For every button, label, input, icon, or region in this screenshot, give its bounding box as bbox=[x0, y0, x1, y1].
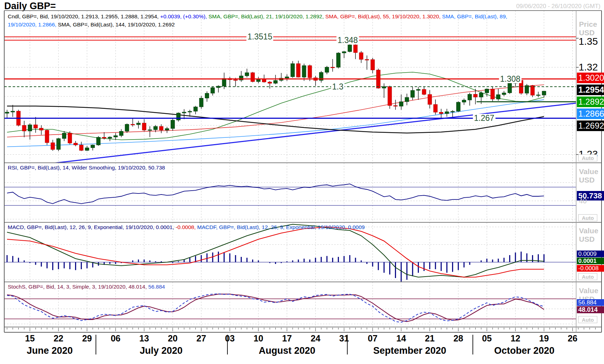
stoch-badge-56.884: 56.884 bbox=[577, 299, 604, 306]
rsi-line bbox=[7, 184, 544, 204]
line-label-1.3: 1.3 bbox=[331, 82, 344, 91]
x-axis-day-label: 10 bbox=[254, 333, 263, 344]
line-label-1.267: 1.267 bbox=[473, 114, 495, 122]
month-separator bbox=[347, 335, 348, 354]
x-axis-day-label: 19 bbox=[539, 333, 549, 344]
legend-main-segment: 19/10/2020, 1.2866, bbox=[8, 21, 58, 27]
x-axis-day-label: 24 bbox=[311, 333, 321, 344]
price-tick-label: 1.32 bbox=[579, 62, 598, 72]
chart-window: Daily GBP= 09/06/2020 - 26/10/2020 (GMT)… bbox=[0, 0, 604, 364]
x-axis-day-label: 27 bbox=[196, 333, 206, 344]
macd-badge-0.0001: 0.0001 bbox=[577, 258, 604, 264]
legend-main-segment: SMA, GBP=, Bid(Last), 55, 19/10/2020, 1.… bbox=[325, 13, 442, 19]
macd-axis-currency: USD bbox=[579, 235, 594, 243]
stoch-badge-48.014: 48.014 bbox=[577, 306, 604, 313]
auto-scale-button-rsi[interactable]: Auto bbox=[578, 214, 597, 221]
legend-rsi-segment: RSI, GBP=, Bid(Last), 14, Wilder Smoothi… bbox=[8, 165, 165, 171]
chart-canvas[interactable] bbox=[0, 0, 604, 364]
macd-badge--0.0008: -0.0008 bbox=[577, 265, 604, 272]
month-separator bbox=[227, 335, 228, 354]
stoch-axis-title: Value bbox=[579, 287, 598, 295]
auto-scale-button-stoch[interactable]: Auto bbox=[578, 316, 597, 323]
legend-main-segment: SMA, GBP=, Bid(Last), 89, bbox=[442, 13, 507, 19]
x-axis-day-label: 20 bbox=[168, 333, 178, 344]
sma-144-line bbox=[7, 106, 544, 133]
rsi-axis-title: Value bbox=[579, 168, 598, 175]
legend-main-segment: SMA, GBP=, Bid(Last), 144, 19/10/2020, 1… bbox=[58, 21, 175, 27]
x-axis-ruler[interactable] bbox=[7, 328, 596, 331]
month-separator bbox=[472, 335, 473, 354]
x-axis-day-label: 28 bbox=[453, 333, 463, 344]
x-axis-day-label: 13 bbox=[139, 333, 149, 344]
x-axis-day-label: 03 bbox=[225, 333, 235, 344]
auto-scale-button-main[interactable]: Auto bbox=[578, 154, 597, 161]
x-axis-day-label: 26 bbox=[568, 333, 578, 344]
auto-scale-button-macd[interactable]: Auto bbox=[578, 273, 597, 280]
x-axis-day-label: 12 bbox=[511, 333, 520, 344]
price-badge-1.2892: 1.2892 bbox=[577, 97, 604, 107]
rsi-axis-currency: USD bbox=[579, 176, 594, 184]
x-axis-month-label: October 2020 bbox=[494, 345, 554, 356]
macd-panel[interactable] bbox=[4, 222, 576, 282]
legend-stoch-segment: StochS, GBP=, Bid, 14, 3, Simple, 3, 19/… bbox=[8, 284, 148, 290]
legend-macd-segment: -0.0008, bbox=[176, 224, 197, 230]
line-label-1.308: 1.308 bbox=[499, 75, 521, 83]
month-separator bbox=[96, 335, 96, 354]
x-axis-month-label: July 2020 bbox=[140, 345, 183, 356]
legend-main-line1: Cndl, GBP=, Bid, 19/10/2020, 1.2913, 1.2… bbox=[8, 13, 507, 20]
x-axis-day-label: 21 bbox=[425, 333, 435, 344]
x-axis-day-label: 07 bbox=[368, 333, 378, 344]
legend-stoch-segment: 56.884 bbox=[148, 284, 165, 290]
legend-stoch: StochS, GBP=, Bid, 14, 3, Simple, 3, 19/… bbox=[8, 284, 165, 290]
candles bbox=[5, 40, 546, 151]
stoch-k-line bbox=[7, 294, 544, 322]
legend-main-line2: 19/10/2020, 1.2866, SMA, GBP=, Bid(Last)… bbox=[8, 21, 175, 28]
x-axis-day-label: 29 bbox=[82, 333, 92, 344]
legend-rsi: RSI, GBP=, Bid(Last), 14, Wilder Smoothi… bbox=[8, 165, 165, 171]
rsi-panel[interactable] bbox=[4, 163, 576, 222]
rsi-grid-label: 40 bbox=[579, 197, 587, 205]
x-axis-day-label: 06 bbox=[111, 333, 121, 344]
stoch-d-line bbox=[7, 294, 544, 322]
price-tick-label: 1.35 bbox=[579, 37, 598, 47]
legend-macd: MACD, GBP=, Bid(Last), 12, 26, 9, Expone… bbox=[8, 224, 365, 230]
legend-main-segment: SMA, GBP=, Bid(Last), 21, 19/10/2020, 1.… bbox=[208, 13, 325, 19]
x-axis-day-label: 15 bbox=[25, 333, 35, 344]
x-axis-day-label: 22 bbox=[54, 333, 63, 344]
price-axis-title: Price bbox=[579, 20, 597, 28]
macd-axis-title: Value bbox=[579, 227, 598, 235]
macd-badge-0.0009: 0.0009 bbox=[577, 251, 604, 257]
price-axis-currency: USD bbox=[579, 29, 594, 37]
legend-macd-segment: MACD, GBP=, Bid(Last), 12, 26, 9, Expone… bbox=[8, 224, 176, 230]
price-badge-1.2866: 1.2866 bbox=[577, 109, 604, 119]
x-axis-day-label: 14 bbox=[396, 333, 406, 344]
legend-main-segment: +0.0039, (+0.30%), bbox=[160, 13, 208, 19]
price-badge-1.2692: 1.2692 bbox=[577, 121, 604, 131]
main-panel[interactable] bbox=[4, 11, 576, 166]
price-badge-1.2954: 1.2954 bbox=[577, 85, 604, 95]
line-label-1.3515: 1.3515 bbox=[246, 32, 273, 41]
legend-macd-segment: MACDF, GBP=, Bid(Last), 12, 26, 9, Expon… bbox=[197, 224, 365, 230]
line-label-1.348: 1.348 bbox=[336, 36, 359, 44]
x-axis-month-label: September 2020 bbox=[373, 345, 446, 356]
x-axis-day-label: 17 bbox=[282, 333, 292, 344]
x-axis-month-label: June 2020 bbox=[27, 345, 73, 356]
price-badge-1.3020: 1.3020 bbox=[577, 73, 604, 83]
legend-main-segment: Cndl, GBP=, Bid, 19/10/2020, 1.2913, 1.2… bbox=[8, 13, 160, 19]
x-axis-day-label: 05 bbox=[482, 333, 492, 344]
x-axis-month-label: August 2020 bbox=[259, 345, 316, 356]
